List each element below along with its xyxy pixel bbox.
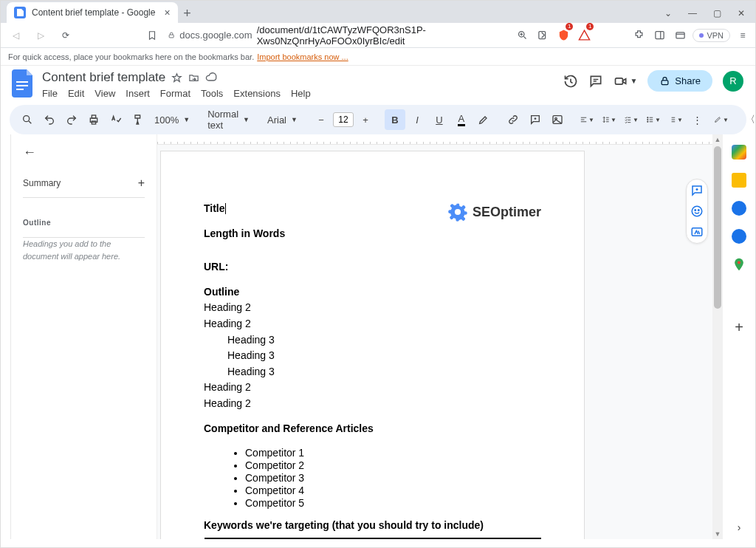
add-comment-icon[interactable] xyxy=(690,184,704,197)
chevron-down-icon[interactable]: ⌄ xyxy=(664,8,672,18)
meet-icon[interactable]: ▼ xyxy=(614,74,637,89)
style-select[interactable]: Normal text▼ xyxy=(203,109,254,131)
share-label: Share xyxy=(675,75,701,86)
insert-image-icon[interactable] xyxy=(547,109,568,130)
comment-history-icon[interactable] xyxy=(588,74,603,89)
svg-point-21 xyxy=(695,210,696,211)
share-button[interactable]: Share xyxy=(647,70,712,92)
menu-edit[interactable]: Edit xyxy=(68,88,84,99)
reload-button[interactable]: ⟳ xyxy=(55,25,76,46)
wallet-icon[interactable] xyxy=(672,25,688,46)
horizontal-ruler[interactable] xyxy=(157,134,712,145)
add-emoji-icon[interactable] xyxy=(690,205,704,218)
new-tab-button[interactable]: + xyxy=(178,4,197,23)
brand-text: SEOptimer xyxy=(472,205,541,220)
scroll-down-icon[interactable]: ▼ xyxy=(712,529,723,539)
print-icon[interactable] xyxy=(83,109,104,130)
zoom-select[interactable]: 100%▼ xyxy=(150,114,194,126)
doc-outline-heading: Outline xyxy=(204,286,239,298)
highlight-button[interactable] xyxy=(473,109,494,130)
undo-icon[interactable] xyxy=(39,109,60,130)
keep-app-icon[interactable] xyxy=(732,173,746,188)
italic-button[interactable]: I xyxy=(407,109,427,130)
docs-logo-icon[interactable] xyxy=(10,70,36,97)
bold-button[interactable]: B xyxy=(385,109,405,130)
bulleted-list-button[interactable]: ▼ xyxy=(643,109,664,130)
align-button[interactable]: ▼ xyxy=(577,109,597,130)
redo-icon[interactable] xyxy=(61,109,82,130)
outline-back-icon[interactable]: ← xyxy=(23,145,145,160)
bookmark-prompt-bar: For quick access, place your bookmarks h… xyxy=(1,48,755,66)
scroll-thumb[interactable] xyxy=(714,146,721,309)
url-field[interactable]: docs.google.com/document/d/1tCAWTyzWFQOR… xyxy=(165,24,509,47)
menu-view[interactable]: View xyxy=(94,88,115,99)
calendar-app-icon[interactable] xyxy=(732,145,746,160)
close-window-icon[interactable]: ✕ xyxy=(738,8,745,18)
insert-link-icon[interactable] xyxy=(503,109,523,130)
maps-app-icon[interactable] xyxy=(732,257,746,272)
document-title[interactable]: Content brief template xyxy=(42,70,165,85)
nav-forward-button[interactable]: ▷ xyxy=(30,25,51,46)
minimize-icon[interactable]: — xyxy=(688,8,697,18)
seoptimer-logo: SEOptimer xyxy=(447,202,541,222)
font-size-decrease[interactable]: − xyxy=(311,109,331,130)
more-tools-icon[interactable]: ⋮ xyxy=(687,109,708,130)
bookmark-icon[interactable] xyxy=(144,25,160,46)
numbered-list-button[interactable]: ▼ xyxy=(665,109,686,130)
menu-file[interactable]: File xyxy=(42,88,58,99)
checklist-button[interactable]: ▼ xyxy=(621,109,642,130)
menu-insert[interactable]: Insert xyxy=(126,88,150,99)
font-size-input[interactable] xyxy=(333,112,354,127)
floating-comment-tools xyxy=(686,179,708,244)
scroll-up-icon[interactable]: ▲ xyxy=(712,134,723,145)
cloud-status-icon[interactable] xyxy=(205,72,217,83)
doc-competitor-heading: Competitor and Reference Articles xyxy=(204,422,374,434)
tasks-app-icon[interactable] xyxy=(732,201,746,216)
menu-help[interactable]: Help xyxy=(291,88,311,99)
document-canvas[interactable]: SEOptimer Title Length in Words URL: Out… xyxy=(157,134,712,539)
document-page[interactable]: SEOptimer Title Length in Words URL: Out… xyxy=(160,151,585,539)
editing-mode-button[interactable]: ▼ xyxy=(711,109,732,130)
add-app-icon[interactable]: + xyxy=(735,319,743,336)
paint-format-icon[interactable] xyxy=(128,109,148,130)
hide-panel-icon[interactable]: › xyxy=(738,521,741,533)
history-icon[interactable] xyxy=(563,74,578,89)
share-url-icon[interactable] xyxy=(535,25,551,46)
svg-point-22 xyxy=(698,210,700,211)
font-select[interactable]: Arial▼ xyxy=(263,114,302,126)
contacts-app-icon[interactable] xyxy=(732,229,746,244)
extensions-icon[interactable] xyxy=(630,25,647,46)
account-avatar[interactable]: R xyxy=(723,71,743,92)
move-icon[interactable] xyxy=(188,72,199,83)
menu-extensions[interactable]: Extensions xyxy=(233,88,281,99)
search-menus-icon[interactable] xyxy=(17,109,38,130)
vertical-scrollbar[interactable]: ▲ ▼ xyxy=(712,134,723,539)
spellcheck-icon[interactable] xyxy=(106,109,126,130)
browser-tab[interactable]: Content brief template - Google × xyxy=(7,2,178,23)
text-color-button[interactable]: A xyxy=(451,109,472,130)
vpn-badge[interactable]: VPN xyxy=(693,29,730,42)
font-size-increase[interactable]: + xyxy=(355,109,376,130)
browser-menu-icon[interactable]: ≡ xyxy=(735,25,751,46)
add-summary-icon[interactable]: + xyxy=(138,177,145,190)
svg-rect-5 xyxy=(16,81,28,83)
zoom-icon[interactable] xyxy=(514,25,530,46)
svg-point-10 xyxy=(24,116,30,122)
menu-format[interactable]: Format xyxy=(160,88,190,99)
docs-menubar: File Edit View Insert Format Tools Exten… xyxy=(42,88,311,99)
extension-brave-icon[interactable]: 1 xyxy=(555,25,571,46)
insert-comment-icon[interactable] xyxy=(525,109,546,130)
sidepanel-icon[interactable] xyxy=(651,25,667,46)
extension-triangle-icon[interactable]: 1 xyxy=(576,25,592,46)
menu-tools[interactable]: Tools xyxy=(201,88,223,99)
import-bookmarks-link[interactable]: Import bookmarks now ... xyxy=(257,52,348,61)
maximize-icon[interactable]: ▢ xyxy=(713,8,721,18)
collapse-toolbar-icon[interactable]: 〈 xyxy=(740,109,756,130)
svg-rect-3 xyxy=(656,32,664,39)
nav-back-button[interactable]: ◁ xyxy=(5,25,26,46)
underline-button[interactable]: U xyxy=(429,109,450,130)
line-spacing-button[interactable]: ▼ xyxy=(599,109,619,130)
close-tab-icon[interactable]: × xyxy=(164,7,170,18)
suggest-edits-icon[interactable] xyxy=(690,225,704,239)
star-icon[interactable] xyxy=(171,72,182,83)
